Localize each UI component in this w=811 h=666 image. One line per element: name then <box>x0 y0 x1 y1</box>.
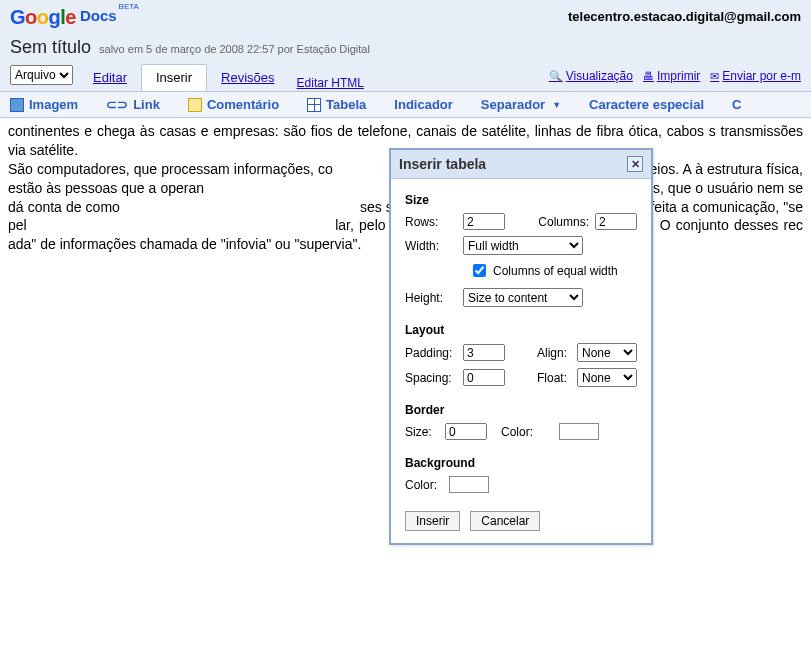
width-select[interactable]: Full width <box>463 236 583 255</box>
toolbar-comment-label: Comentário <box>207 97 279 112</box>
rows-input[interactable] <box>463 213 505 230</box>
image-icon <box>10 98 24 112</box>
mail-icon <box>710 69 719 83</box>
width-label: Width: <box>405 239 457 253</box>
logo-docs: Docs <box>80 7 117 24</box>
rows-label: Rows: <box>405 215 457 229</box>
toolbar-image[interactable]: Imagem <box>10 97 78 112</box>
toolbar-separator[interactable]: Separador▼ <box>481 97 561 112</box>
toolbar-table[interactable]: Tabela <box>307 97 366 112</box>
email-label: Enviar por e-m <box>722 69 801 83</box>
tab-revisions[interactable]: Revisões <box>207 65 288 91</box>
toolbar-table-label: Tabela <box>326 97 366 112</box>
tab-edit[interactable]: Editar <box>79 65 141 91</box>
user-email: telecentro.estacao.digital@gmail.com <box>568 6 801 24</box>
dialog-title: Inserir tabela <box>399 156 486 172</box>
save-info: salvo em 5 de março de 2008 22:57 por Es… <box>99 43 370 55</box>
preview-link[interactable]: Visualização <box>549 69 633 83</box>
columns-input[interactable] <box>595 213 637 230</box>
print-link[interactable]: Imprimir <box>643 69 700 83</box>
toolbar-bookmark[interactable]: Indicador <box>394 97 453 112</box>
toolbar-comment[interactable]: Comentário <box>188 97 279 112</box>
file-menu[interactable]: Arquivo <box>10 65 73 85</box>
tab-insert[interactable]: Inserir <box>141 64 207 91</box>
toolbar-c[interactable]: C <box>732 97 741 112</box>
dialog-titlebar: Inserir tabela ✕ <box>391 150 651 179</box>
columns-label: Columns: <box>538 215 589 229</box>
toolbar-special-label: Caractere especial <box>589 97 704 112</box>
app-header: Google Docs BETA telecentro.estacao.digi… <box>0 0 811 91</box>
eye-icon <box>549 69 563 83</box>
toolbar-c-label: C <box>732 97 741 112</box>
toolbar-link[interactable]: ⊂⊃Link <box>106 97 160 112</box>
logo: Google Docs BETA <box>10 6 139 29</box>
logo-beta: BETA <box>119 2 139 11</box>
insert-table-dialog: Inserir tabela ✕ Size Rows: Columns: Wid… <box>389 148 653 258</box>
toolbar-link-label: Link <box>133 97 160 112</box>
close-icon[interactable]: ✕ <box>627 156 643 172</box>
toolbar-image-label: Imagem <box>29 97 78 112</box>
preview-label: Visualização <box>566 69 633 83</box>
edit-html-link[interactable]: Editar HTML <box>297 76 364 90</box>
comment-icon <box>188 98 202 112</box>
toolbar-bookmark-label: Indicador <box>394 97 453 112</box>
email-link[interactable]: Enviar por e-m <box>710 69 801 83</box>
doc-title[interactable]: Sem título <box>10 37 91 58</box>
toolbar-special-char[interactable]: Caractere especial <box>589 97 704 112</box>
insert-toolbar: Imagem ⊂⊃Link Comentário Tabela Indicado… <box>0 91 811 118</box>
link-icon: ⊂⊃ <box>106 97 128 112</box>
size-heading: Size <box>405 193 637 207</box>
chevron-down-icon: ▼ <box>552 100 561 110</box>
print-label: Imprimir <box>657 69 700 83</box>
table-icon <box>307 98 321 112</box>
print-icon <box>643 69 654 83</box>
toolbar-separator-label: Separador <box>481 97 545 112</box>
logo-google: Google <box>10 6 76 29</box>
